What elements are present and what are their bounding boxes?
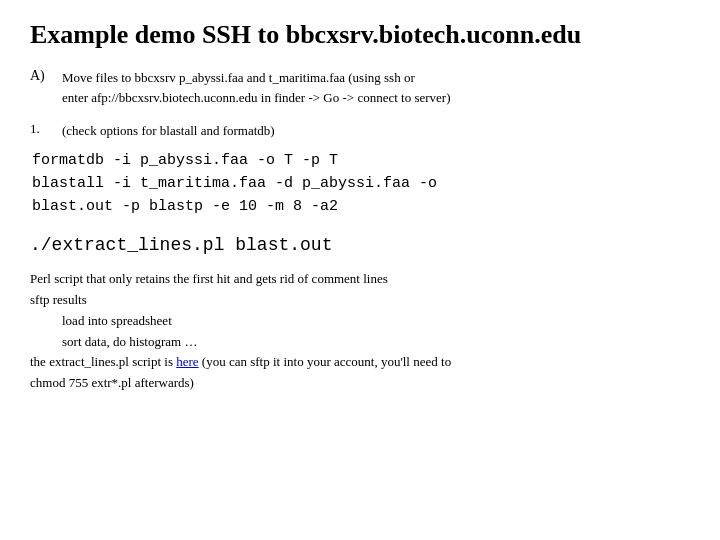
section-a-line2: enter afp://bbcxsrv.biotech.uconn.edu in… [62, 88, 451, 108]
prose-line6: chmod 755 extr*.pl afterwards) [30, 373, 690, 394]
section-1-label: 1. [30, 121, 62, 137]
prose-line4: sort data, do histogram … [62, 332, 690, 353]
section-a-content: Move files to bbcxsrv p_abyssi.faa and t… [62, 68, 451, 107]
prose-line5: the extract_lines.pl script is here (you… [30, 352, 690, 373]
section-a: A) Move files to bbcxsrv p_abyssi.faa an… [30, 68, 690, 107]
code-line1: formatdb -i p_abyssi.faa -o T -p T [32, 149, 690, 172]
code-line3: blast.out -p blastp -e 10 -m 8 -a2 [32, 195, 690, 218]
prose-line1: Perl script that only retains the first … [30, 269, 690, 290]
code-line2: blastall -i t_maritima.faa -d p_abyssi.f… [32, 172, 690, 195]
prose-section: Perl script that only retains the first … [30, 269, 690, 394]
prose-line2: sftp results [30, 290, 690, 311]
section-1-content: (check options for blastall and formatdb… [62, 121, 275, 141]
prose-line3: load into spreadsheet [62, 311, 690, 332]
section-a-line1: Move files to bbcxsrv p_abyssi.faa and t… [62, 68, 451, 88]
prose-line5-pre: the extract_lines.pl script is [30, 354, 176, 369]
here-link[interactable]: here [176, 354, 198, 369]
code-block: formatdb -i p_abyssi.faa -o T -p T blast… [32, 149, 690, 219]
extract-line: ./extract_lines.pl blast.out [30, 232, 690, 259]
prose-line5-post: (you can sftp it into your account, you'… [199, 354, 452, 369]
page-title: Example demo SSH to bbcxsrv.biotech.ucon… [30, 20, 690, 50]
section-a-label: A) [30, 68, 62, 84]
section-1: 1. (check options for blastall and forma… [30, 121, 690, 141]
